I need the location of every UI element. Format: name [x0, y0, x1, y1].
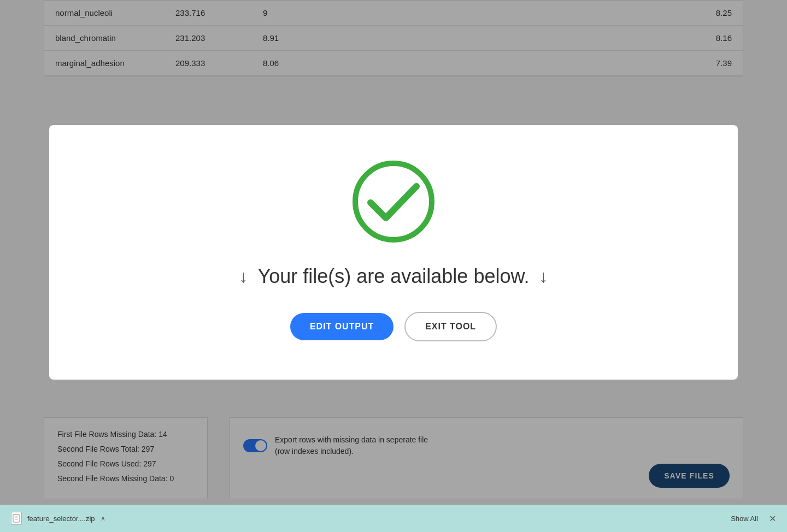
exit-tool-button[interactable]: EXIT TOOL — [404, 312, 497, 341]
arrow-down-left-icon: ↓ — [239, 267, 248, 287]
success-message-text: Your file(s) are available below. — [258, 265, 530, 288]
success-modal: ↓ Your file(s) are available below. ↓ ED… — [49, 125, 738, 380]
success-message-row: ↓ Your file(s) are available below. ↓ — [239, 265, 548, 288]
download-filename: feature_selector....zip — [27, 515, 95, 523]
modal-button-group: EDIT OUTPUT EXIT TOOL — [290, 312, 497, 341]
download-bar-right: Show All ✕ — [731, 513, 776, 524]
modal-overlay: ↓ Your file(s) are available below. ↓ ED… — [0, 0, 787, 505]
download-file-item: feature_selector....zip ∧ — [11, 512, 105, 525]
close-download-bar-button[interactable]: ✕ — [769, 513, 776, 524]
download-bar: feature_selector....zip ∧ Show All ✕ — [0, 505, 787, 532]
svg-rect-1 — [13, 515, 20, 522]
edit-output-button[interactable]: EDIT OUTPUT — [290, 313, 393, 340]
arrow-down-right-icon: ↓ — [539, 267, 548, 287]
show-all-link[interactable]: Show All — [731, 515, 758, 523]
expand-download-icon[interactable]: ∧ — [101, 515, 105, 522]
success-checkmark-icon — [350, 158, 437, 245]
svg-point-0 — [355, 163, 432, 240]
zip-file-icon — [11, 512, 22, 525]
